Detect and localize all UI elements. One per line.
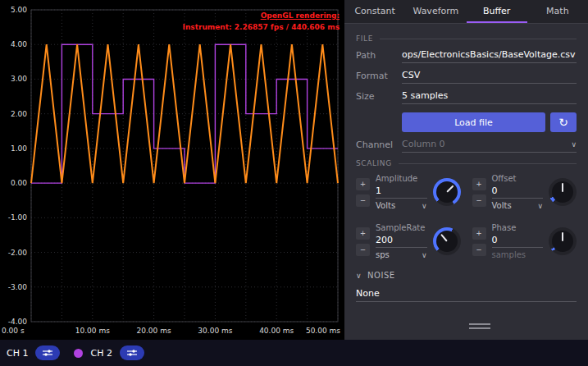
ch2-color-dot xyxy=(74,349,83,358)
offset-value-input[interactable]: 0 xyxy=(492,185,544,199)
size-value: 5 samples xyxy=(402,90,448,101)
panel-body: FILE Path ops/ElectronicsBasics/BaseVolt… xyxy=(344,24,588,340)
svg-text:-3.00: -3.00 xyxy=(8,283,28,291)
samplerate-increment-button[interactable]: + xyxy=(356,227,370,240)
phase-unit-text: samples xyxy=(492,250,526,259)
offset-decrement-button[interactable]: − xyxy=(472,194,486,207)
source-tabs: Constant Waveform Buffer Math xyxy=(344,0,588,24)
svg-text:40.00 ms: 40.00 ms xyxy=(259,327,294,335)
knob-pointer xyxy=(562,232,563,241)
svg-text:10.00 ms: 10.00 ms xyxy=(75,327,110,335)
plot-svg[interactable]: 5.004.003.002.001.000.00-1.00-2.00-3.00-… xyxy=(0,0,344,340)
svg-text:-1.00: -1.00 xyxy=(8,213,28,222)
samplerate-unit: sps xyxy=(376,250,390,259)
oscilloscope-plot-pane: 5.004.003.002.001.000.00-1.00-2.00-3.00-… xyxy=(0,0,344,340)
format-label: Format xyxy=(356,71,402,84)
amplitude-knob[interactable] xyxy=(433,178,461,206)
svg-text:2.00: 2.00 xyxy=(11,110,27,118)
ch1-settings-button[interactable] xyxy=(35,345,60,360)
main-area: 5.004.003.002.001.000.00-1.00-2.00-3.00-… xyxy=(0,0,588,340)
svg-text:-2.00: -2.00 xyxy=(8,249,28,257)
samplerate-knob[interactable] xyxy=(433,227,461,255)
amplitude-unit: Volts xyxy=(376,201,395,210)
knob-pointer xyxy=(440,234,448,242)
knob-pointer xyxy=(562,183,563,192)
amplitude-label: Amplitude xyxy=(376,174,427,183)
size-row: Size 5 samples xyxy=(356,90,577,104)
refresh-icon: ↻ xyxy=(558,116,568,129)
ch2-settings-button[interactable] xyxy=(120,345,144,360)
size-label: Size xyxy=(356,91,402,104)
clipped-widget xyxy=(469,321,490,332)
offset-increment-button[interactable]: + xyxy=(472,178,486,190)
refresh-button[interactable]: ↻ xyxy=(550,112,577,132)
channel-dropdown[interactable]: Column 0 ∨ xyxy=(402,139,577,153)
amplitude-increment-button[interactable]: + xyxy=(356,178,370,190)
phase-value-input[interactable]: 0 xyxy=(492,235,544,248)
phase-control: + − Phase 0 samples xyxy=(472,223,577,259)
chevron-down-icon: ∨ xyxy=(537,202,543,210)
chevron-down-icon: ∨ xyxy=(571,140,577,149)
format-input[interactable]: CSV xyxy=(402,70,577,84)
tab-constant[interactable]: Constant xyxy=(344,0,405,23)
svg-text:30.00 ms: 30.00 ms xyxy=(198,327,232,335)
size-input[interactable]: 5 samples xyxy=(402,90,577,104)
sliders-icon xyxy=(42,349,53,357)
channel-label: Channel xyxy=(356,140,402,153)
samplerate-control: + − SampleRate 200 sps ∨ xyxy=(356,223,461,259)
chevron-down-icon: ∨ xyxy=(422,202,427,210)
channel-bar: CH 1 CH 2 xyxy=(0,340,588,366)
tab-math[interactable]: Math xyxy=(527,0,588,23)
phase-fields: Phase 0 samples xyxy=(492,223,544,259)
svg-text:4.00: 4.00 xyxy=(11,40,27,48)
phase-knob[interactable] xyxy=(549,227,577,255)
svg-text:3.00: 3.00 xyxy=(11,75,27,83)
offset-label: Offset xyxy=(492,174,544,183)
offset-stepper: + − xyxy=(472,178,486,207)
offset-knob[interactable] xyxy=(549,178,577,206)
svg-text:20.00 ms: 20.00 ms xyxy=(137,327,171,335)
noise-section-label: NOISE xyxy=(367,271,394,280)
tab-waveform[interactable]: Waveform xyxy=(405,0,466,23)
amplitude-decrement-button[interactable]: − xyxy=(356,194,370,207)
ch1-label: CH 1 xyxy=(7,348,28,359)
svg-text:1.00: 1.00 xyxy=(11,144,27,153)
samplerate-fields: SampleRate 200 sps ∨ xyxy=(376,223,427,259)
path-input[interactable]: ops/ElectronicsBasics/BaseVoltage.csv xyxy=(402,49,577,63)
samplerate-unit-dropdown[interactable]: sps ∨ xyxy=(376,250,427,259)
source-config-panel: Constant Waveform Buffer Math FILE Path … xyxy=(344,0,588,340)
phase-decrement-button[interactable]: − xyxy=(472,244,486,256)
samplerate-label: SampleRate xyxy=(376,223,427,232)
offset-unit-dropdown[interactable]: Volts ∨ xyxy=(492,201,544,210)
format-value: CSV xyxy=(402,70,420,80)
noise-row: None xyxy=(356,288,577,302)
samplerate-decrement-button[interactable]: − xyxy=(356,244,370,256)
noise-dropdown[interactable]: None xyxy=(356,288,577,302)
sliders-icon xyxy=(126,349,138,357)
scaling-controls: + − Amplitude 1 Volts ∨ xyxy=(356,174,577,259)
path-label: Path xyxy=(356,50,402,63)
samplerate-value-input[interactable]: 200 xyxy=(376,235,427,248)
path-row: Path ops/ElectronicsBasics/BaseVoltage.c… xyxy=(356,49,577,63)
offset-fields: Offset 0 Volts ∨ xyxy=(492,174,544,210)
phase-increment-button[interactable]: + xyxy=(472,227,486,240)
svg-text:0.00: 0.00 xyxy=(11,179,27,187)
tab-buffer[interactable]: Buffer xyxy=(467,0,527,23)
offset-unit: Volts xyxy=(492,201,512,210)
knob-pointer xyxy=(446,185,454,193)
svg-text:50.00 ms: 50.00 ms xyxy=(306,327,340,335)
load-file-button[interactable]: Load file xyxy=(402,112,545,132)
scaling-section-header: SCALING xyxy=(356,159,577,167)
amplitude-fields: Amplitude 1 Volts ∨ xyxy=(376,174,427,210)
channel-value: Column 0 xyxy=(402,139,445,149)
noise-section-header[interactable]: ∨ NOISE xyxy=(356,271,577,280)
amplitude-unit-dropdown[interactable]: Volts ∨ xyxy=(376,201,427,210)
ch2-label: CH 2 xyxy=(90,348,112,359)
svg-text:0.00 s: 0.00 s xyxy=(2,327,25,335)
noise-value: None xyxy=(356,288,380,299)
samplerate-stepper: + − xyxy=(356,227,370,256)
chevron-down-icon: ∨ xyxy=(356,272,362,280)
load-file-row: Load file ↻ xyxy=(356,112,577,132)
phase-stepper: + − xyxy=(472,227,486,256)
amplitude-value-input[interactable]: 1 xyxy=(376,185,427,199)
